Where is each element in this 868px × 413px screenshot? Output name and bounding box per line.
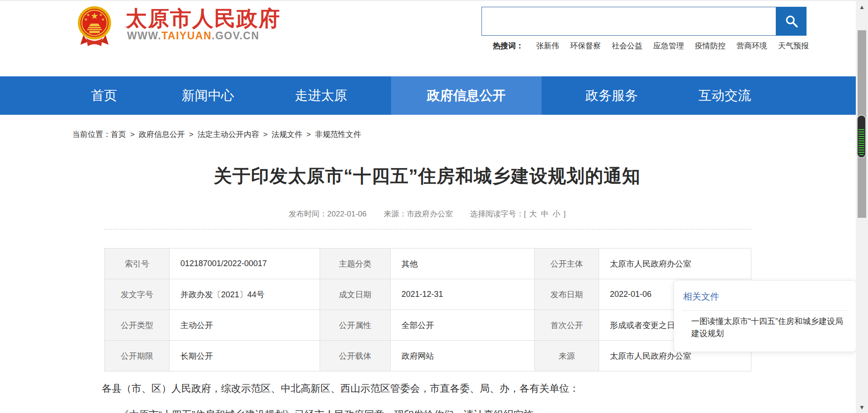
main-nav-inner: 首页 新闻中心 走进太原 政府信息公开 政务服务 互动交流 — [70, 76, 768, 115]
table-row: 公开类型 主动公开 公开属性 全部公开 首次公开 形成或者变更之日 — [105, 310, 751, 341]
page: ★ ★ ★ ★ ★ 太原市人民政府 WWW.TAIYUAN.GOV.CN 热搜词… — [0, 0, 868, 413]
table-row: 公开期限 长期公开 公开载体 政府网站 来源 太原市人民政府办公室 — [105, 341, 751, 371]
article-source: 来源：市政府办公室 — [384, 209, 453, 219]
info-label-document-number: 发文字号 — [105, 279, 170, 310]
breadcrumb-item-regulation-files[interactable]: 法规文件 — [272, 129, 302, 140]
table-row: 发文字号 并政办发〔2021〕44号 成文日期 2021-12-31 发布日期 … — [105, 279, 751, 310]
breadcrumb-separator: > — [263, 130, 268, 139]
info-label-disclosure-carrier: 公开载体 — [320, 341, 391, 371]
scroll-position-indicator[interactable] — [857, 115, 866, 158]
publish-time: 发布时间：2022-01-06 — [289, 209, 367, 219]
font-size-options: 大 中 小 — [529, 209, 560, 219]
info-label-topic-category: 主题分类 — [320, 249, 391, 279]
publish-time-label: 发布时间： — [289, 209, 327, 219]
info-label-publish-date: 发布日期 — [535, 279, 599, 310]
related-files-panel: 相关文件 一图读懂太原市“十四五”住房和城乡建设局建设规划 — [674, 280, 856, 352]
font-size-bracket-open: [ — [524, 210, 526, 219]
breadcrumb-item-gov-info[interactable]: 政府信息公开 — [139, 129, 185, 140]
svg-text:★: ★ — [86, 13, 90, 17]
scroll-up-arrow-icon[interactable]: ▲ — [856, 4, 868, 10]
main-nav: 首页 新闻中心 走进太原 政府信息公开 政务服务 互动交流 — [0, 76, 856, 115]
breadcrumb-item-non-normative-files[interactable]: 非规范性文件 — [315, 129, 361, 140]
svg-text:★: ★ — [84, 17, 88, 22]
nav-item-home[interactable]: 首页 — [70, 76, 138, 115]
search-button[interactable] — [776, 7, 807, 36]
hot-word[interactable]: 社会公益 — [612, 41, 642, 51]
info-label-source: 来源 — [535, 341, 599, 371]
hot-word[interactable]: 营商环境 — [736, 41, 767, 51]
info-label-first-disclosure: 首次公开 — [535, 310, 599, 341]
breadcrumb-separator: > — [189, 130, 193, 139]
svg-text:★: ★ — [101, 17, 105, 22]
scrollbar: ▲ ▼ — [856, 1, 868, 413]
hot-word[interactable]: 张新伟 — [536, 41, 559, 51]
site-title: 太原市人民政府 — [126, 5, 281, 33]
hot-word[interactable]: 环保督察 — [570, 41, 601, 51]
info-label-disclosure-type: 公开类型 — [105, 310, 170, 341]
font-size-label: 选择阅读字号： — [470, 209, 524, 219]
site-url: WWW.TAIYUAN.GOV.CN — [127, 30, 259, 42]
info-label-written-date: 成文日期 — [320, 279, 391, 310]
search-input[interactable] — [481, 7, 776, 36]
breadcrumb-label: 当前位置： — [72, 129, 111, 140]
related-files-divider — [682, 310, 848, 311]
body-paragraph: 各县（市、区）人民政府，综改示范区、中北高新区、西山示范区管委会，市直各委、局、… — [102, 382, 755, 395]
breadcrumb-separator: > — [307, 130, 311, 139]
hot-word[interactable]: 天气预报 — [778, 41, 809, 51]
info-value-disclosure-carrier: 政府网站 — [391, 341, 535, 371]
search-icon — [784, 14, 799, 29]
breadcrumb: 当前位置： 首页 > 政府信息公开 > 法定主动公开内容 > 法规文件 > 非规… — [72, 129, 361, 140]
font-size-large-button[interactable]: 大 — [529, 209, 537, 219]
hot-search-row: 热搜词： 张新伟 环保督察 社会公益 应急管理 疫情防控 营商环境 天气预报 — [493, 41, 820, 51]
font-size-small-button[interactable]: 小 — [552, 209, 560, 219]
article-source-value: 市政府办公室 — [407, 209, 453, 219]
font-size-bracket-close: ] — [563, 210, 566, 219]
related-file-link[interactable]: 一图读懂太原市“十四五”住房和城乡建设局建设规划 — [691, 315, 846, 340]
hot-word[interactable]: 疫情防控 — [695, 41, 726, 51]
info-value-disclosure-body: 太原市人民政府办公室 — [599, 249, 751, 279]
site-url-domain: TAIYUAN — [161, 30, 212, 42]
info-label-disclosure-period: 公开期限 — [105, 341, 170, 371]
article-meta: 发布时间：2022-01-06 来源：市政府办公室 选择阅读字号： [ 大 中 … — [104, 209, 750, 219]
info-value-disclosure-period: 长期公开 — [170, 341, 320, 371]
site-header: ★ ★ ★ ★ ★ 太原市人民政府 WWW.TAIYUAN.GOV.CN 热搜词… — [0, 1, 856, 76]
nav-item-news[interactable]: 新闻中心 — [165, 76, 251, 115]
info-value-disclosure-type: 主动公开 — [170, 310, 320, 341]
info-label-disclosure-attribute: 公开属性 — [320, 310, 391, 341]
national-emblem-logo: ★ ★ ★ ★ ★ — [76, 5, 113, 47]
font-size-medium-button[interactable]: 中 — [541, 209, 548, 219]
font-size-selector: 选择阅读字号： [ 大 中 小 ] — [470, 209, 566, 219]
breadcrumb-item-home[interactable]: 首页 — [111, 129, 126, 140]
publish-time-value: 2022-01-06 — [327, 210, 367, 219]
scroll-indicator-stripes — [859, 129, 864, 155]
svg-text:★: ★ — [90, 11, 99, 21]
breadcrumb-item-statutory-disclosure[interactable]: 法定主动公开内容 — [198, 129, 259, 140]
related-files-title: 相关文件 — [683, 291, 719, 303]
info-value-index-number: 012187001/2022-00017 — [170, 249, 320, 279]
breadcrumb-separator: > — [130, 130, 135, 139]
svg-text:★: ★ — [99, 13, 103, 17]
info-value-topic-category: 其他 — [391, 249, 535, 279]
site-url-suffix: .GOV.CN — [212, 30, 259, 42]
hot-word[interactable]: 应急管理 — [653, 41, 684, 51]
table-row: 索引号 012187001/2022-00017 主题分类 其他 公开主体 太原… — [105, 249, 751, 279]
nav-item-interaction[interactable]: 互动交流 — [682, 76, 768, 115]
nav-item-gov-services[interactable]: 政务服务 — [569, 76, 655, 115]
dashed-divider — [104, 229, 751, 230]
page-title: 关于印发太原市“十四五”住房和城乡建设规划的通知 — [104, 164, 750, 188]
info-value-disclosure-attribute: 全部公开 — [391, 310, 535, 341]
info-value-written-date: 2021-12-31 — [391, 279, 535, 310]
article-source-label: 来源： — [384, 209, 407, 219]
document-info-table: 索引号 012187001/2022-00017 主题分类 其他 公开主体 太原… — [104, 248, 751, 371]
scroll-down-arrow-icon[interactable]: ▼ — [856, 404, 868, 411]
nav-item-about-taiyuan[interactable]: 走进太原 — [278, 76, 364, 115]
nav-item-gov-info-disclosure[interactable]: 政府信息公开 — [391, 76, 542, 115]
site-url-www: WWW. — [127, 30, 161, 42]
info-label-disclosure-body: 公开主体 — [535, 249, 599, 279]
info-value-document-number: 并政办发〔2021〕44号 — [170, 279, 320, 310]
info-label-index-number: 索引号 — [105, 249, 170, 279]
body-paragraph: 《太原市“十四五”住房和城乡建设规划》已经市人民政府同意，现印发给你们，请认真组… — [102, 408, 755, 413]
hot-search-label: 热搜词： — [493, 41, 524, 51]
